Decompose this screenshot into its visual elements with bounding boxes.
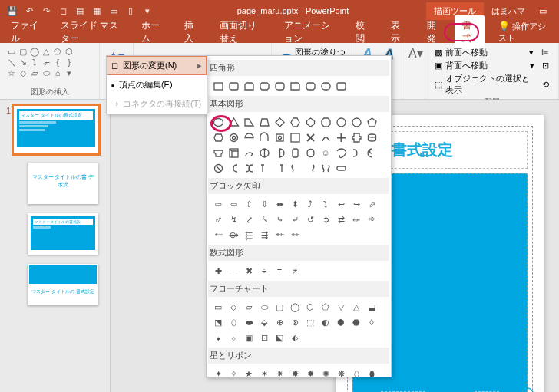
svg-rect-3 bbox=[322, 83, 330, 90]
gallery-equation-grid[interactable]: ✚—✖÷=≠ bbox=[211, 262, 386, 279]
slide-thumbnail-1[interactable]: マスター タイトルの書式設定 bbox=[14, 106, 98, 153]
ribbon-tabs: ファイル スライド マスター ホーム 挿入 画面切り替え アニメーション 校閲 … bbox=[0, 21, 559, 43]
gallery-header-rect: 四角形 bbox=[208, 60, 389, 76]
slide-thumbnail-2[interactable]: マスター タイトルの書 デポ沢 bbox=[28, 163, 98, 204]
svg-rect-9 bbox=[276, 134, 283, 141]
window-title: page_maru.pptx - PowerPoint bbox=[160, 5, 426, 16]
gallery-header-basic: 基本図形 bbox=[208, 96, 389, 112]
qat-icon[interactable]: ▤ bbox=[72, 3, 88, 18]
gallery-rect-grid[interactable] bbox=[211, 77, 386, 94]
svg-point-8 bbox=[232, 136, 235, 139]
svg-point-7 bbox=[230, 133, 237, 141]
slide-thumbnail-3[interactable]: マスタータイトルの書式設 bbox=[28, 213, 98, 255]
menu-reconnect: ⇢ コネクタの再接続(T) bbox=[107, 94, 207, 114]
svg-point-6 bbox=[352, 118, 361, 127]
qat-icon[interactable]: ◻ bbox=[55, 3, 71, 18]
qat-icon[interactable]: ▭ bbox=[106, 3, 121, 18]
svg-rect-16 bbox=[337, 166, 346, 170]
thumbnail-panel[interactable]: 1 マスター タイトルの書式設定 マスター タイトルの書 デポ沢 マスタータイト… bbox=[0, 100, 111, 392]
slide-thumbnail-4[interactable]: マスター タイトルの 書式設定 bbox=[28, 264, 98, 305]
save-icon[interactable]: 💾 bbox=[5, 3, 20, 18]
svg-point-4 bbox=[213, 118, 223, 126]
send-backward-button[interactable]: ▣背面へ移動▾⊡ bbox=[432, 59, 552, 72]
gallery-basic-grid[interactable]: ☺ bbox=[211, 114, 386, 176]
change-shape-icon: ◻ bbox=[111, 61, 118, 71]
gallery-header-arrows: ブロック矢印 bbox=[208, 178, 389, 194]
svg-rect-14 bbox=[293, 149, 298, 157]
svg-point-12 bbox=[368, 134, 375, 137]
shape-gallery: 四角形 基本図形 ☺ ブロック矢印 ⇨⇦⇧⇩⬌⬍⤴⤵↩↪⬀⬃ ↯⤤⤥⤷⤶↺➲⇄⬰… bbox=[206, 55, 392, 377]
svg-point-10 bbox=[278, 136, 281, 139]
connector-icon: ⇢ bbox=[111, 99, 118, 109]
qat-dropdown-icon[interactable]: ▾ bbox=[140, 3, 155, 18]
qat-icon[interactable]: ▯ bbox=[123, 3, 138, 18]
group-label-insert-shapes: 図形の挿入 bbox=[6, 87, 93, 97]
gallery-stars-grid[interactable]: ✦✧★✶✷✸✹✺❋⬯⬮⬬ ⎃⎂⬰⬲ bbox=[211, 365, 386, 377]
svg-rect-0 bbox=[214, 83, 223, 90]
svg-rect-1 bbox=[230, 83, 238, 90]
menu-change-shape[interactable]: ◻ 図形の変更(N) ▸ bbox=[107, 56, 207, 75]
svg-point-5 bbox=[337, 118, 346, 127]
redo-icon[interactable]: ↷ bbox=[38, 3, 54, 18]
submenu-arrow-icon: ▸ bbox=[197, 61, 202, 71]
edit-points-icon: ▪ bbox=[111, 81, 114, 90]
undo-icon[interactable]: ↶ bbox=[22, 3, 37, 18]
selection-pane-button[interactable]: ⬚オブジェクトの選択と表示⟲ bbox=[432, 72, 552, 97]
svg-rect-2 bbox=[276, 83, 284, 90]
user-name[interactable]: はまハマ bbox=[491, 5, 525, 17]
gallery-header-flowchart: フローチャート bbox=[208, 281, 389, 297]
menu-edit-points[interactable]: ▪ 頂点の編集(E) bbox=[107, 75, 207, 94]
svg-rect-11 bbox=[291, 133, 299, 142]
gallery-header-equation: 数式図形 bbox=[208, 245, 389, 261]
gallery-arrows-grid[interactable]: ⇨⇦⇧⇩⬌⬍⤴⤵↩↪⬀⬃ ↯⤤⤥⤷⤶↺➲⇄⬰⬲⬳⟴ ⬱⇶⬴⬵ bbox=[211, 196, 386, 243]
gallery-flowchart-grid[interactable]: ▭◇▱⬭▢◯⬡⬠▽△⬓⬔ ⬯⬬⬙⊕⊗⬚◐⬢⬣◊⬥⬦ ▣⊡⬕⬖ bbox=[211, 298, 386, 346]
qat-icon[interactable]: ▦ bbox=[89, 3, 104, 18]
gallery-header-stars: 星とリボン bbox=[208, 348, 389, 364]
edit-shape-menu: ◻ 図形の変更(N) ▸ ▪ 頂点の編集(E) ⇢ コネクタの再接続(T) bbox=[106, 55, 207, 114]
bring-forward-button[interactable]: ▩前面へ移動▾⊫ bbox=[432, 46, 552, 59]
